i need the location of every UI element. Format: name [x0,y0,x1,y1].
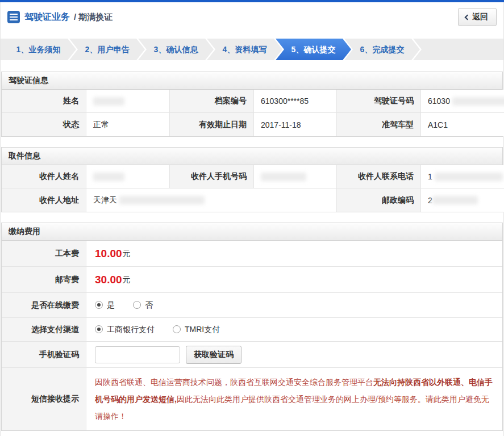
back-button[interactable]: 返回 [458,8,497,26]
archive-no-label: 档案编号 [170,90,254,113]
vehicle-class-label: 准驾车型 [337,113,421,136]
sms-notice-row: 因陕西省联通、电信运营商技术问题，陕西省互联网交通安全综合服务管理平台无法向持陕… [86,368,502,430]
step-bar-filler [413,39,503,60]
online-pay-label: 是否在线缴费 [2,293,86,318]
step-3-confirm-info[interactable]: 3、确认信息 [138,39,214,60]
sms-notice-label: 短信接收提示 [2,368,86,430]
license-info-section: 驾驶证信息 姓名 档案编号 610300****85 驾驶证号码 61030 状… [1,72,503,137]
page-container: 驾驶证业务 / 期满换证 返回 1、业务须知 2、用户申告 3、确认信息 4、资… [0,2,504,436]
online-pay-options: 是 否 [86,293,502,318]
step-5-confirm-submit[interactable]: 5、确认提交 [276,39,351,60]
radio-selected-icon [95,301,103,309]
name-label: 姓名 [2,90,86,113]
postage-fee-amount: 30.00 [95,274,122,286]
step-6-finish-submit[interactable]: 6、完成提交 [344,39,420,60]
postcode-label: 邮政编码 [337,188,421,212]
license-no-value: 61030 [421,90,504,113]
name-value [86,90,170,113]
get-captcha-button[interactable]: 获取验证码 [186,346,241,364]
captcha-row: 获取验证码 [86,342,502,368]
page-title: 驾驶证业务 [24,11,70,23]
recipient-mobile-label: 收件人手机号码 [170,165,254,188]
radio-unselected-icon [133,301,141,309]
radio-selected-icon [95,325,103,333]
archive-no-value: 610300****85 [254,90,337,113]
breadcrumb-subtitle: / 期满换证 [74,12,113,23]
status-value: 正常 [86,113,170,136]
pickup-section-title: 取件信息 [2,148,502,165]
captcha-input[interactable] [95,346,180,363]
radio-unselected-icon [173,325,181,333]
postage-fee-value: 30.00 元 [86,267,502,293]
fee-unit: 元 [123,249,131,259]
back-button-label: 返回 [472,12,488,22]
expiry-date-value: 2017-11-18 [254,113,337,136]
recipient-phone-value: 1 [421,165,504,188]
form-list-icon [7,11,20,23]
payment-section-title: 缴纳费用 [2,223,502,241]
page-header: 驾驶证业务 / 期满换证 返回 [1,2,503,32]
sms-notice-text: 因陕西省联通、电信运营商技术问题，陕西省互联网交通安全综合服务管理平台无法向持陕… [95,371,494,427]
fee-unit: 元 [123,275,131,285]
redacted-license-no [452,97,504,106]
pay-channel-options: 工商银行支付 TMRI支付 [86,318,502,342]
postage-fee-label: 邮寄费 [2,267,86,293]
license-no-label: 驾驶证号码 [337,90,421,113]
address-value: 天津天 [86,188,337,212]
pickup-info-section: 取件信息 收件人姓名 收件人手机号码 收件人联系电话 1 收件人地址 天津天 邮… [1,147,503,212]
recipient-name-label: 收件人姓名 [2,165,86,188]
step-wizard: 1、业务须知 2、用户申告 3、确认信息 4、资料填写 5、确认提交 6、完成提… [1,39,503,60]
redacted-postcode [432,196,478,204]
recipient-name-value [86,165,170,188]
vehicle-class-value: A1C1 [421,113,504,136]
redacted-address [119,196,205,204]
chevron-left-icon [465,14,470,20]
postcode-value: 2 [421,188,504,212]
recipient-mobile-value [254,165,337,188]
production-fee-value: 10.00 元 [86,241,502,267]
pay-channel-label: 选择支付渠道 [2,318,86,342]
production-fee-label: 工本费 [2,241,86,267]
status-label: 状态 [2,113,86,136]
pickup-info-table: 收件人姓名 收件人手机号码 收件人联系电话 1 收件人地址 天津天 邮政编码 2 [2,165,502,212]
redacted-name [93,97,124,106]
payment-fee-table: 工本费 10.00 元 邮寄费 30.00 元 是否在线缴费 是 否 选择支付渠… [2,241,502,430]
redacted-recipient-phone [435,173,503,181]
step-2-user-declaration[interactable]: 2、用户申告 [69,39,145,60]
redacted-recipient-mobile [261,173,306,181]
online-pay-no-radio[interactable]: 否 [133,300,153,311]
captcha-label: 手机验证码 [2,342,86,368]
channel-icbc-radio[interactable]: 工商银行支付 [95,325,155,335]
expiry-date-label: 有效期止日期 [170,113,254,136]
recipient-phone-label: 收件人联系电话 [337,165,421,188]
license-info-table: 姓名 档案编号 610300****85 驾驶证号码 61030 状态 正常 有… [2,90,502,136]
production-fee-amount: 10.00 [95,248,122,260]
online-pay-yes-radio[interactable]: 是 [95,300,115,311]
redacted-recipient-name [93,173,124,181]
address-label: 收件人地址 [2,188,86,212]
license-section-title: 驾驶证信息 [2,72,502,90]
step-4-fill-info[interactable]: 4、资料填写 [207,39,282,60]
step-1-business-notice[interactable]: 1、业务须知 [1,39,76,60]
channel-tmri-radio[interactable]: TMRI支付 [173,325,220,335]
payment-fee-section: 缴纳费用 工本费 10.00 元 邮寄费 30.00 元 是否在线缴费 是 否 … [1,223,503,431]
